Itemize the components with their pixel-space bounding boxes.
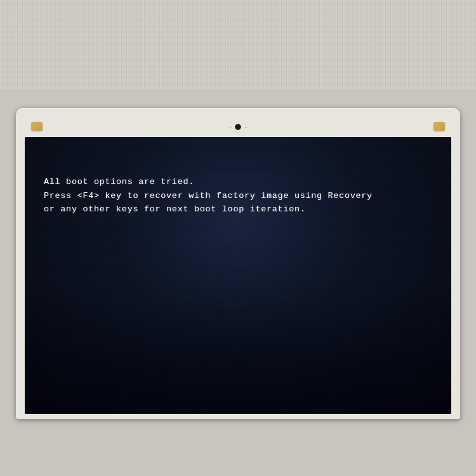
laptop-lid: All boot options are tried. Press <F4> k… [16, 108, 460, 419]
left-hinge-icon [31, 122, 43, 131]
bios-message: All boot options are tried. Press <F4> k… [44, 175, 432, 216]
screen-content: All boot options are tried. Press <F4> k… [25, 137, 451, 414]
top-bezel [25, 117, 451, 137]
webcam-icon [235, 124, 241, 130]
right-hinge-icon [433, 122, 445, 131]
laptop-outer: All boot options are tried. Press <F4> k… [16, 108, 460, 419]
photo-frame: All boot options are tried. Press <F4> k… [0, 0, 476, 476]
laptop-screen: All boot options are tried. Press <F4> k… [25, 137, 451, 414]
